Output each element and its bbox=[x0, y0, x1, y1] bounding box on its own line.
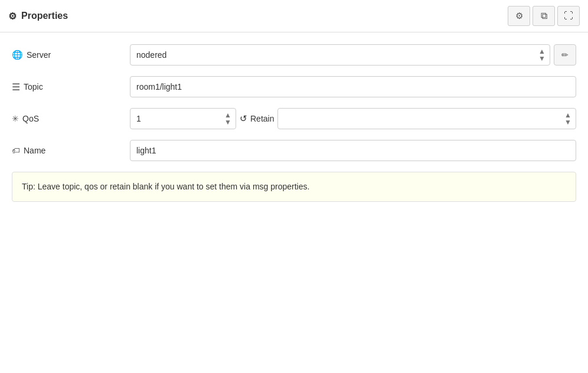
server-controls: nodered ▲▼ bbox=[130, 44, 576, 66]
qos-label: QoS bbox=[12, 113, 130, 124]
globe-icon bbox=[12, 50, 23, 60]
qos-select[interactable]: 0 1 2 bbox=[130, 108, 236, 129]
expand-button[interactable] bbox=[557, 6, 580, 26]
topic-row: Topic bbox=[12, 76, 576, 97]
server-row: Server nodered ▲▼ bbox=[12, 44, 576, 66]
settings-button[interactable] bbox=[508, 6, 530, 26]
copy-icon bbox=[541, 11, 547, 21]
form-content: Server nodered ▲▼ Topic QoS bbox=[0, 32, 588, 214]
topic-input[interactable] bbox=[130, 76, 576, 97]
retain-select[interactable]: true false bbox=[277, 108, 576, 129]
topic-label-text: Topic bbox=[24, 82, 43, 91]
name-row: Name bbox=[12, 140, 576, 161]
header-title-group: Properties bbox=[8, 11, 68, 22]
retain-select-wrapper: true false ▲▼ bbox=[277, 108, 576, 129]
name-input[interactable] bbox=[130, 140, 576, 161]
name-label: Name bbox=[12, 145, 130, 156]
page-title: Properties bbox=[21, 11, 68, 21]
qos-select-wrapper: 0 1 2 ▲▼ bbox=[130, 108, 236, 129]
tip-text: Tip: Leave topic, qos or retain blank if… bbox=[22, 182, 309, 191]
topic-label: Topic bbox=[12, 81, 130, 93]
tag-icon bbox=[12, 145, 20, 156]
server-label-text: Server bbox=[27, 50, 51, 60]
retain-label-text: Retain bbox=[250, 114, 274, 123]
qos-row: QoS 0 1 2 ▲▼ Retain true false bbox=[12, 108, 576, 129]
server-select[interactable]: nodered bbox=[130, 44, 550, 66]
edit-server-button[interactable] bbox=[554, 44, 576, 66]
asterisk-icon bbox=[12, 113, 19, 124]
history-icon bbox=[240, 113, 247, 124]
retain-label-group: Retain bbox=[240, 113, 274, 124]
name-label-text: Name bbox=[24, 146, 45, 155]
lines-icon bbox=[12, 81, 20, 93]
topic-controls bbox=[130, 76, 576, 97]
copy-button[interactable] bbox=[533, 6, 555, 26]
settings-icon bbox=[515, 11, 523, 21]
tip-box: Tip: Leave topic, qos or retain blank if… bbox=[12, 172, 576, 202]
server-select-wrapper: nodered ▲▼ bbox=[130, 44, 550, 66]
qos-label-text: QoS bbox=[22, 114, 39, 123]
gear-icon bbox=[8, 11, 17, 22]
qos-controls: 0 1 2 ▲▼ Retain true false ▲▼ bbox=[130, 108, 576, 129]
name-controls bbox=[130, 140, 576, 161]
server-label: Server bbox=[12, 50, 130, 60]
pencil-icon bbox=[561, 50, 569, 60]
properties-header: Properties bbox=[0, 0, 588, 32]
expand-icon bbox=[564, 11, 573, 21]
header-actions bbox=[508, 6, 580, 26]
